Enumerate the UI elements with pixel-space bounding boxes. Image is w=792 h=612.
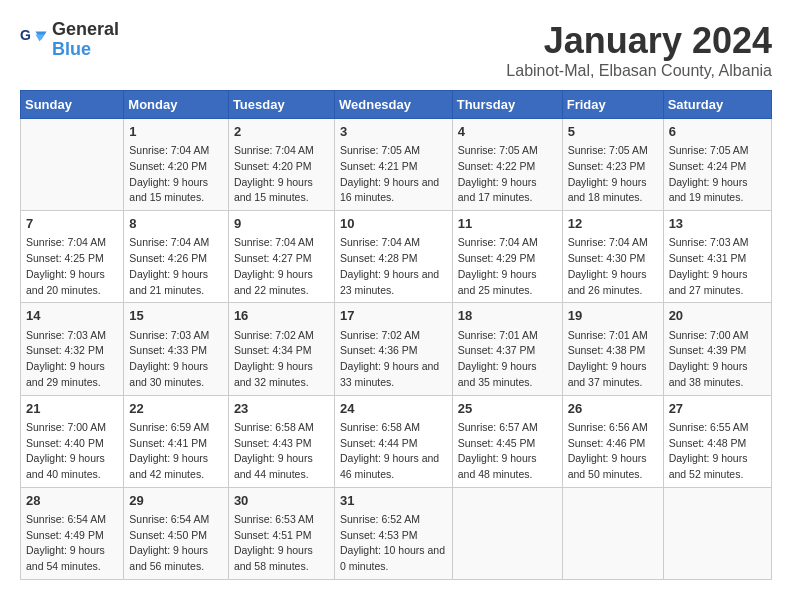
page-header: G General Blue January 2024 Labinot-Mal,… <box>20 20 772 80</box>
daylight: Daylight: 10 hours and 0 minutes. <box>340 544 445 572</box>
calendar-cell: 31 Sunrise: 6:52 AM Sunset: 4:53 PM Dayl… <box>334 487 452 579</box>
sunrise: Sunrise: 7:01 AM <box>458 329 538 341</box>
calendar-cell: 5 Sunrise: 7:05 AM Sunset: 4:23 PM Dayli… <box>562 119 663 211</box>
cell-data: Sunrise: 7:04 AM Sunset: 4:29 PM Dayligh… <box>458 235 557 298</box>
cell-data: Sunrise: 7:04 AM Sunset: 4:28 PM Dayligh… <box>340 235 447 298</box>
calendar-cell: 12 Sunrise: 7:04 AM Sunset: 4:30 PM Dayl… <box>562 211 663 303</box>
sunset: Sunset: 4:29 PM <box>458 252 536 264</box>
title-block: January 2024 Labinot-Mal, Elbasan County… <box>506 20 772 80</box>
sunset: Sunset: 4:38 PM <box>568 344 646 356</box>
calendar-cell: 23 Sunrise: 6:58 AM Sunset: 4:43 PM Dayl… <box>228 395 334 487</box>
day-number: 24 <box>340 400 447 418</box>
sunset: Sunset: 4:23 PM <box>568 160 646 172</box>
daylight: Daylight: 9 hours and 16 minutes. <box>340 176 439 204</box>
day-number: 14 <box>26 307 118 325</box>
sunrise: Sunrise: 6:52 AM <box>340 513 420 525</box>
cell-data: Sunrise: 7:03 AM Sunset: 4:32 PM Dayligh… <box>26 328 118 391</box>
calendar-cell: 8 Sunrise: 7:04 AM Sunset: 4:26 PM Dayli… <box>124 211 229 303</box>
sunset: Sunset: 4:22 PM <box>458 160 536 172</box>
sunrise: Sunrise: 7:04 AM <box>568 236 648 248</box>
day-number: 28 <box>26 492 118 510</box>
daylight: Daylight: 9 hours and 35 minutes. <box>458 360 537 388</box>
day-number: 21 <box>26 400 118 418</box>
cell-data: Sunrise: 6:59 AM Sunset: 4:41 PM Dayligh… <box>129 420 223 483</box>
sunset: Sunset: 4:26 PM <box>129 252 207 264</box>
day-number: 6 <box>669 123 766 141</box>
sunrise: Sunrise: 7:01 AM <box>568 329 648 341</box>
sunset: Sunset: 4:43 PM <box>234 437 312 449</box>
daylight: Daylight: 9 hours and 48 minutes. <box>458 452 537 480</box>
calendar-cell: 17 Sunrise: 7:02 AM Sunset: 4:36 PM Dayl… <box>334 303 452 395</box>
daylight: Daylight: 9 hours and 44 minutes. <box>234 452 313 480</box>
sunrise: Sunrise: 6:58 AM <box>340 421 420 433</box>
calendar-cell <box>452 487 562 579</box>
daylight: Daylight: 9 hours and 42 minutes. <box>129 452 208 480</box>
sunrise: Sunrise: 7:04 AM <box>129 144 209 156</box>
calendar-cell: 27 Sunrise: 6:55 AM Sunset: 4:48 PM Dayl… <box>663 395 771 487</box>
calendar-week-row: 7 Sunrise: 7:04 AM Sunset: 4:25 PM Dayli… <box>21 211 772 303</box>
calendar-cell: 24 Sunrise: 6:58 AM Sunset: 4:44 PM Dayl… <box>334 395 452 487</box>
calendar-cell: 26 Sunrise: 6:56 AM Sunset: 4:46 PM Dayl… <box>562 395 663 487</box>
sunrise: Sunrise: 6:54 AM <box>26 513 106 525</box>
sunrise: Sunrise: 7:04 AM <box>340 236 420 248</box>
calendar-week-row: 14 Sunrise: 7:03 AM Sunset: 4:32 PM Dayl… <box>21 303 772 395</box>
daylight: Daylight: 9 hours and 19 minutes. <box>669 176 748 204</box>
cell-data: Sunrise: 7:01 AM Sunset: 4:37 PM Dayligh… <box>458 328 557 391</box>
cell-data: Sunrise: 6:54 AM Sunset: 4:49 PM Dayligh… <box>26 512 118 575</box>
day-number: 4 <box>458 123 557 141</box>
sunrise: Sunrise: 6:56 AM <box>568 421 648 433</box>
sunset: Sunset: 4:33 PM <box>129 344 207 356</box>
day-number: 20 <box>669 307 766 325</box>
sunrise: Sunrise: 7:04 AM <box>26 236 106 248</box>
logo-line1: General <box>52 20 119 40</box>
logo-icon: G <box>20 26 48 54</box>
cell-data: Sunrise: 6:53 AM Sunset: 4:51 PM Dayligh… <box>234 512 329 575</box>
calendar-cell: 4 Sunrise: 7:05 AM Sunset: 4:22 PM Dayli… <box>452 119 562 211</box>
daylight: Daylight: 9 hours and 40 minutes. <box>26 452 105 480</box>
page-title: January 2024 <box>506 20 772 62</box>
calendar-cell: 6 Sunrise: 7:05 AM Sunset: 4:24 PM Dayli… <box>663 119 771 211</box>
sunset: Sunset: 4:45 PM <box>458 437 536 449</box>
day-number: 22 <box>129 400 223 418</box>
day-number: 26 <box>568 400 658 418</box>
cell-data: Sunrise: 7:04 AM Sunset: 4:25 PM Dayligh… <box>26 235 118 298</box>
cell-data: Sunrise: 7:02 AM Sunset: 4:34 PM Dayligh… <box>234 328 329 391</box>
daylight: Daylight: 9 hours and 56 minutes. <box>129 544 208 572</box>
sunset: Sunset: 4:53 PM <box>340 529 418 541</box>
day-number: 19 <box>568 307 658 325</box>
calendar-cell: 7 Sunrise: 7:04 AM Sunset: 4:25 PM Dayli… <box>21 211 124 303</box>
sunrise: Sunrise: 7:04 AM <box>458 236 538 248</box>
sunset: Sunset: 4:50 PM <box>129 529 207 541</box>
weekday-header: Friday <box>562 91 663 119</box>
cell-data: Sunrise: 6:57 AM Sunset: 4:45 PM Dayligh… <box>458 420 557 483</box>
cell-data: Sunrise: 7:04 AM Sunset: 4:26 PM Dayligh… <box>129 235 223 298</box>
weekday-header-row: SundayMondayTuesdayWednesdayThursdayFrid… <box>21 91 772 119</box>
sunset: Sunset: 4:31 PM <box>669 252 747 264</box>
day-number: 31 <box>340 492 447 510</box>
sunset: Sunset: 4:36 PM <box>340 344 418 356</box>
daylight: Daylight: 9 hours and 54 minutes. <box>26 544 105 572</box>
cell-data: Sunrise: 7:04 AM Sunset: 4:30 PM Dayligh… <box>568 235 658 298</box>
day-number: 10 <box>340 215 447 233</box>
day-number: 5 <box>568 123 658 141</box>
daylight: Daylight: 9 hours and 29 minutes. <box>26 360 105 388</box>
sunset: Sunset: 4:46 PM <box>568 437 646 449</box>
day-number: 25 <box>458 400 557 418</box>
day-number: 17 <box>340 307 447 325</box>
cell-data: Sunrise: 7:05 AM Sunset: 4:24 PM Dayligh… <box>669 143 766 206</box>
daylight: Daylight: 9 hours and 23 minutes. <box>340 268 439 296</box>
calendar-table: SundayMondayTuesdayWednesdayThursdayFrid… <box>20 90 772 580</box>
sunset: Sunset: 4:28 PM <box>340 252 418 264</box>
cell-data: Sunrise: 7:01 AM Sunset: 4:38 PM Dayligh… <box>568 328 658 391</box>
weekday-header: Sunday <box>21 91 124 119</box>
daylight: Daylight: 9 hours and 15 minutes. <box>129 176 208 204</box>
sunset: Sunset: 4:27 PM <box>234 252 312 264</box>
day-number: 16 <box>234 307 329 325</box>
calendar-cell: 1 Sunrise: 7:04 AM Sunset: 4:20 PM Dayli… <box>124 119 229 211</box>
sunrise: Sunrise: 7:05 AM <box>568 144 648 156</box>
calendar-week-row: 21 Sunrise: 7:00 AM Sunset: 4:40 PM Dayl… <box>21 395 772 487</box>
sunrise: Sunrise: 6:55 AM <box>669 421 749 433</box>
sunset: Sunset: 4:21 PM <box>340 160 418 172</box>
day-number: 11 <box>458 215 557 233</box>
calendar-week-row: 1 Sunrise: 7:04 AM Sunset: 4:20 PM Dayli… <box>21 119 772 211</box>
